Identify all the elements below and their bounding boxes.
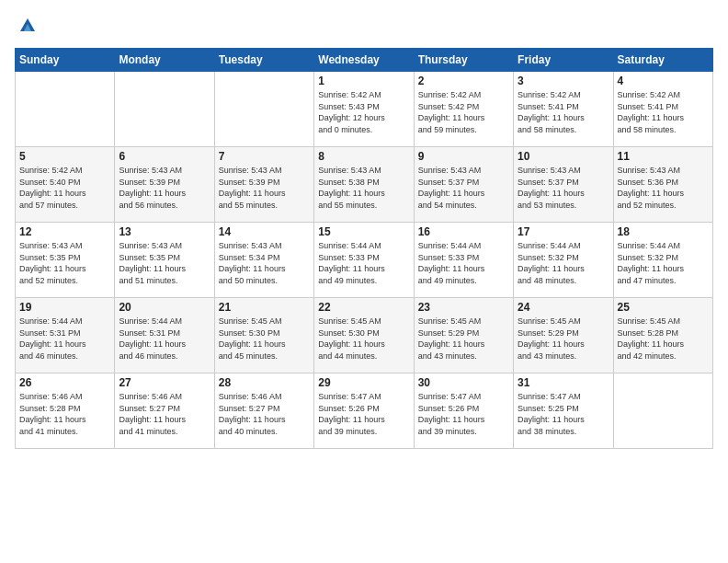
day-number: 4	[618, 75, 709, 87]
calendar-week-3: 12Sunrise: 5:43 AM Sunset: 5:35 PM Dayli…	[16, 223, 713, 298]
day-info: Sunrise: 5:42 AM Sunset: 5:40 PM Dayligh…	[19, 165, 110, 211]
day-number: 25	[618, 301, 709, 314]
day-info: Sunrise: 5:42 AM Sunset: 5:42 PM Dayligh…	[418, 89, 509, 135]
calendar-cell	[214, 72, 313, 147]
day-number: 29	[318, 376, 409, 389]
day-number: 6	[119, 150, 210, 163]
day-number: 26	[19, 376, 110, 389]
header-friday: Friday	[514, 49, 613, 72]
day-info: Sunrise: 5:43 AM Sunset: 5:35 PM Dayligh…	[119, 240, 210, 286]
calendar-cell	[115, 72, 214, 147]
day-info: Sunrise: 5:45 AM Sunset: 5:30 PM Dayligh…	[318, 316, 409, 362]
day-info: Sunrise: 5:43 AM Sunset: 5:34 PM Dayligh…	[219, 240, 310, 286]
calendar-cell: 4Sunrise: 5:42 AM Sunset: 5:41 PM Daylig…	[613, 72, 712, 147]
header-tuesday: Tuesday	[214, 49, 313, 72]
day-number: 1	[318, 75, 409, 87]
calendar-cell: 17Sunrise: 5:44 AM Sunset: 5:32 PM Dayli…	[514, 223, 613, 298]
header-wednesday: Wednesday	[314, 49, 414, 72]
day-info: Sunrise: 5:45 AM Sunset: 5:29 PM Dayligh…	[518, 316, 609, 362]
day-info: Sunrise: 5:44 AM Sunset: 5:31 PM Dayligh…	[19, 316, 110, 362]
day-info: Sunrise: 5:43 AM Sunset: 5:39 PM Dayligh…	[119, 165, 210, 211]
calendar-cell: 28Sunrise: 5:46 AM Sunset: 5:27 PM Dayli…	[214, 373, 313, 449]
logo	[15, 15, 39, 37]
day-number: 9	[418, 150, 509, 163]
day-info: Sunrise: 5:43 AM Sunset: 5:38 PM Dayligh…	[318, 165, 409, 211]
calendar-cell: 10Sunrise: 5:43 AM Sunset: 5:37 PM Dayli…	[514, 147, 613, 223]
day-number: 21	[219, 301, 310, 314]
day-info: Sunrise: 5:44 AM Sunset: 5:32 PM Dayligh…	[518, 240, 609, 286]
day-number: 24	[518, 301, 609, 314]
day-number: 7	[219, 150, 310, 163]
day-info: Sunrise: 5:47 AM Sunset: 5:25 PM Dayligh…	[518, 391, 609, 437]
day-info: Sunrise: 5:42 AM Sunset: 5:43 PM Dayligh…	[318, 89, 409, 135]
calendar-week-4: 19Sunrise: 5:44 AM Sunset: 5:31 PM Dayli…	[16, 298, 713, 373]
header-saturday: Saturday	[613, 49, 712, 72]
calendar-cell: 1Sunrise: 5:42 AM Sunset: 5:43 PM Daylig…	[314, 72, 414, 147]
calendar-cell	[16, 72, 115, 147]
header-monday: Monday	[115, 49, 214, 72]
day-number: 14	[219, 225, 310, 238]
calendar-cell: 9Sunrise: 5:43 AM Sunset: 5:37 PM Daylig…	[414, 147, 513, 223]
calendar-week-2: 5Sunrise: 5:42 AM Sunset: 5:40 PM Daylig…	[16, 147, 713, 223]
day-number: 18	[618, 225, 709, 238]
day-info: Sunrise: 5:46 AM Sunset: 5:28 PM Dayligh…	[19, 391, 110, 437]
day-number: 12	[19, 225, 110, 238]
day-number: 16	[418, 225, 509, 238]
day-number: 10	[518, 150, 609, 163]
calendar-body: 1Sunrise: 5:42 AM Sunset: 5:43 PM Daylig…	[16, 72, 713, 449]
day-info: Sunrise: 5:47 AM Sunset: 5:26 PM Dayligh…	[418, 391, 509, 437]
header-sunday: Sunday	[16, 49, 115, 72]
day-info: Sunrise: 5:45 AM Sunset: 5:28 PM Dayligh…	[618, 316, 709, 362]
day-info: Sunrise: 5:43 AM Sunset: 5:37 PM Dayligh…	[518, 165, 609, 211]
calendar-cell: 30Sunrise: 5:47 AM Sunset: 5:26 PM Dayli…	[414, 373, 513, 449]
day-number: 11	[618, 150, 709, 163]
day-info: Sunrise: 5:43 AM Sunset: 5:37 PM Dayligh…	[418, 165, 509, 211]
calendar-cell: 6Sunrise: 5:43 AM Sunset: 5:39 PM Daylig…	[115, 147, 214, 223]
logo-icon	[17, 15, 39, 37]
day-number: 22	[318, 301, 409, 314]
calendar-cell: 8Sunrise: 5:43 AM Sunset: 5:38 PM Daylig…	[314, 147, 414, 223]
calendar-cell: 13Sunrise: 5:43 AM Sunset: 5:35 PM Dayli…	[115, 223, 214, 298]
calendar-cell: 19Sunrise: 5:44 AM Sunset: 5:31 PM Dayli…	[16, 298, 115, 373]
calendar-cell: 18Sunrise: 5:44 AM Sunset: 5:32 PM Dayli…	[613, 223, 712, 298]
day-info: Sunrise: 5:42 AM Sunset: 5:41 PM Dayligh…	[518, 89, 609, 135]
day-info: Sunrise: 5:45 AM Sunset: 5:29 PM Dayligh…	[418, 316, 509, 362]
day-number: 17	[518, 225, 609, 238]
calendar-cell: 15Sunrise: 5:44 AM Sunset: 5:33 PM Dayli…	[314, 223, 414, 298]
day-info: Sunrise: 5:46 AM Sunset: 5:27 PM Dayligh…	[219, 391, 310, 437]
calendar-cell: 20Sunrise: 5:44 AM Sunset: 5:31 PM Dayli…	[115, 298, 214, 373]
day-info: Sunrise: 5:44 AM Sunset: 5:32 PM Dayligh…	[618, 240, 709, 286]
day-info: Sunrise: 5:44 AM Sunset: 5:33 PM Dayligh…	[318, 240, 409, 286]
calendar-cell: 5Sunrise: 5:42 AM Sunset: 5:40 PM Daylig…	[16, 147, 115, 223]
calendar-cell: 27Sunrise: 5:46 AM Sunset: 5:27 PM Dayli…	[115, 373, 214, 449]
day-number: 15	[318, 225, 409, 238]
calendar-week-5: 26Sunrise: 5:46 AM Sunset: 5:28 PM Dayli…	[16, 373, 713, 449]
day-info: Sunrise: 5:47 AM Sunset: 5:26 PM Dayligh…	[318, 391, 409, 437]
day-info: Sunrise: 5:43 AM Sunset: 5:36 PM Dayligh…	[618, 165, 709, 211]
calendar-cell	[613, 373, 712, 449]
day-number: 27	[119, 376, 210, 389]
day-number: 5	[19, 150, 110, 163]
day-number: 3	[518, 75, 609, 87]
calendar-cell: 24Sunrise: 5:45 AM Sunset: 5:29 PM Dayli…	[514, 298, 613, 373]
calendar-cell: 22Sunrise: 5:45 AM Sunset: 5:30 PM Dayli…	[314, 298, 414, 373]
day-info: Sunrise: 5:46 AM Sunset: 5:27 PM Dayligh…	[119, 391, 210, 437]
day-number: 31	[518, 376, 609, 389]
calendar-cell: 23Sunrise: 5:45 AM Sunset: 5:29 PM Dayli…	[414, 298, 513, 373]
main-container: Sunday Monday Tuesday Wednesday Thursday…	[0, 0, 728, 456]
calendar-table: Sunday Monday Tuesday Wednesday Thursday…	[15, 48, 713, 449]
calendar-cell: 14Sunrise: 5:43 AM Sunset: 5:34 PM Dayli…	[214, 223, 313, 298]
day-info: Sunrise: 5:43 AM Sunset: 5:35 PM Dayligh…	[19, 240, 110, 286]
calendar-cell: 29Sunrise: 5:47 AM Sunset: 5:26 PM Dayli…	[314, 373, 414, 449]
calendar-cell: 7Sunrise: 5:43 AM Sunset: 5:39 PM Daylig…	[214, 147, 313, 223]
day-number: 30	[418, 376, 509, 389]
day-info: Sunrise: 5:44 AM Sunset: 5:33 PM Dayligh…	[418, 240, 509, 286]
calendar-cell: 3Sunrise: 5:42 AM Sunset: 5:41 PM Daylig…	[514, 72, 613, 147]
day-number: 19	[19, 301, 110, 314]
day-info: Sunrise: 5:45 AM Sunset: 5:30 PM Dayligh…	[219, 316, 310, 362]
day-number: 8	[318, 150, 409, 163]
calendar-cell: 26Sunrise: 5:46 AM Sunset: 5:28 PM Dayli…	[16, 373, 115, 449]
day-number: 13	[119, 225, 210, 238]
calendar-header: Sunday Monday Tuesday Wednesday Thursday…	[16, 49, 713, 72]
day-info: Sunrise: 5:43 AM Sunset: 5:39 PM Dayligh…	[219, 165, 310, 211]
